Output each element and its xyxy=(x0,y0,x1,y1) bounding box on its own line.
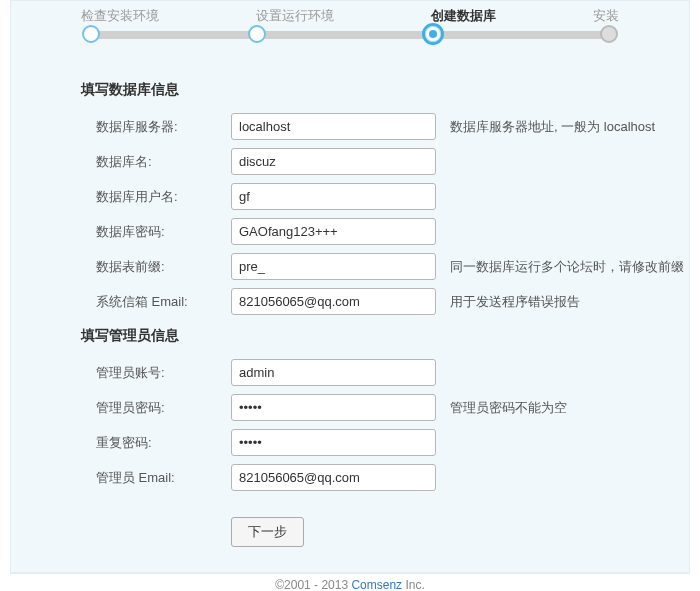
admin-repass-label: 重复密码: xyxy=(96,434,231,452)
db-user-label: 数据库用户名: xyxy=(96,188,231,206)
next-button[interactable]: 下一步 xyxy=(231,517,304,547)
footer-link[interactable]: Comsenz xyxy=(351,578,402,591)
install-progress: 检查安装环境 设置运行环境 创建数据库 安装 xyxy=(11,1,689,69)
step-label-2: 设置运行环境 xyxy=(256,7,334,25)
db-name-input[interactable] xyxy=(231,148,436,175)
admin-section-title: 填写管理员信息 xyxy=(81,327,689,345)
admin-email-input[interactable] xyxy=(231,464,436,491)
db-prefix-label: 数据表前缀: xyxy=(96,258,231,276)
db-server-hint: 数据库服务器地址, 一般为 localhost xyxy=(450,118,655,136)
step-node-2 xyxy=(248,25,266,43)
db-section-title: 填写数据库信息 xyxy=(81,81,689,99)
admin-email-label: 管理员 Email: xyxy=(96,469,231,487)
db-pass-input[interactable] xyxy=(231,218,436,245)
admin-user-label: 管理员账号: xyxy=(96,364,231,382)
step-node-4 xyxy=(600,25,618,43)
admin-pass-input[interactable] xyxy=(231,394,436,421)
db-prefix-hint: 同一数据库运行多个论坛时，请修改前缀 xyxy=(450,258,684,276)
db-email-hint: 用于发送程序错误报告 xyxy=(450,293,580,311)
db-email-label: 系统信箱 Email: xyxy=(96,293,231,311)
db-pass-label: 数据库密码: xyxy=(96,223,231,241)
step-label-3: 创建数据库 xyxy=(431,7,496,25)
footer-copyright: ©2001 - 2013 xyxy=(275,578,351,591)
step-node-3 xyxy=(422,23,444,45)
step-node-1 xyxy=(82,25,100,43)
db-name-label: 数据库名: xyxy=(96,153,231,171)
step-label-1: 检查安装环境 xyxy=(81,7,159,25)
progress-track xyxy=(91,31,609,39)
db-user-input[interactable] xyxy=(231,183,436,210)
db-email-input[interactable] xyxy=(231,288,436,315)
admin-repass-input[interactable] xyxy=(231,429,436,456)
step-label-4: 安装 xyxy=(593,7,619,25)
footer-suffix: Inc. xyxy=(402,578,425,591)
db-server-label: 数据库服务器: xyxy=(96,118,231,136)
footer: ©2001 - 2013 Comsenz Inc. xyxy=(10,573,690,591)
db-prefix-input[interactable] xyxy=(231,253,436,280)
admin-pass-label: 管理员密码: xyxy=(96,399,231,417)
db-server-input[interactable] xyxy=(231,113,436,140)
admin-pass-hint: 管理员密码不能为空 xyxy=(450,399,567,417)
admin-user-input[interactable] xyxy=(231,359,436,386)
